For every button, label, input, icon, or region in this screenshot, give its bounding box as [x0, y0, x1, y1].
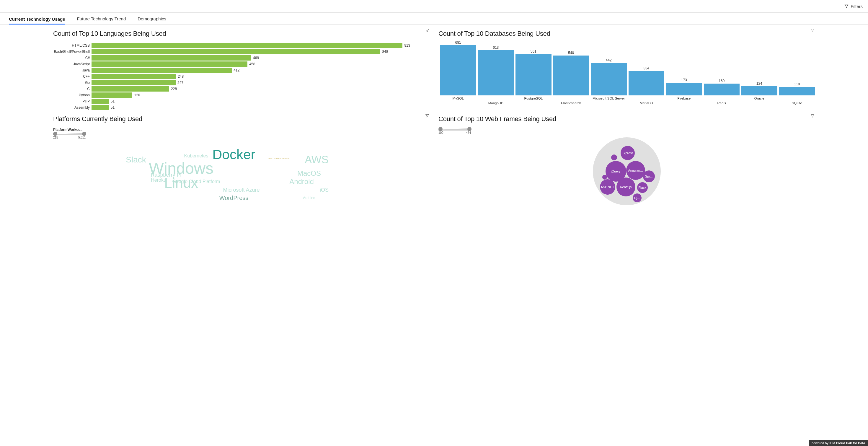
wordcloud-word[interactable]: Raspberry Pi	[151, 172, 181, 178]
bar[interactable]	[628, 71, 664, 95]
bar[interactable]	[92, 92, 132, 98]
tabs: Current Technology Usage Future Technolo…	[0, 13, 868, 25]
bar-value-label: 913	[404, 43, 410, 48]
bar[interactable]	[92, 74, 176, 79]
slider-knob-min[interactable]	[438, 127, 442, 131]
bar[interactable]	[516, 54, 552, 95]
wordcloud-word[interactable]: Docker	[212, 148, 255, 161]
slider-track[interactable]	[438, 128, 471, 130]
wordcloud-word[interactable]: Kubernetes	[184, 154, 209, 158]
slider-knob-max[interactable]	[82, 132, 86, 136]
bar-category-label: PHP	[53, 99, 92, 103]
bubble-label: Dj...	[634, 196, 640, 200]
bar[interactable]	[553, 56, 589, 95]
bar[interactable]	[741, 86, 777, 95]
bar[interactable]	[92, 99, 109, 104]
bar-value-label: 51	[111, 106, 115, 110]
wordcloud-word[interactable]: Slack	[126, 156, 146, 164]
filter-icon[interactable]	[425, 28, 430, 33]
filter-icon[interactable]	[810, 28, 815, 33]
chart-title: Count of Top 10 Databases Being Used	[438, 30, 815, 37]
bar-track: 248	[92, 74, 430, 79]
bar-track: 120	[92, 92, 430, 98]
bubble[interactable]: React.js	[616, 178, 636, 197]
filters-button[interactable]: Filters	[844, 4, 863, 9]
wordcloud-word[interactable]: Google Cloud Platform	[173, 179, 220, 184]
bar[interactable]	[591, 63, 627, 95]
size-slider-webframes[interactable]: 100 474	[438, 128, 471, 135]
bar[interactable]	[92, 49, 380, 54]
wordcloud-word[interactable]: WordPress	[219, 195, 249, 201]
wordcloud-word[interactable]: iOS	[320, 187, 329, 192]
slider-min: 215	[53, 136, 58, 139]
bar-value-label: 561	[531, 49, 536, 54]
bar-value-label: 469	[253, 56, 259, 60]
bar[interactable]	[779, 87, 815, 95]
slider-knob-min[interactable]	[53, 132, 57, 136]
bar[interactable]	[440, 45, 476, 95]
bar-column: 442	[591, 58, 627, 95]
bar[interactable]	[92, 86, 169, 92]
slider-max: 474	[466, 131, 471, 135]
bar-value-label: 51	[111, 99, 115, 103]
tab-current-technology-usage[interactable]: Current Technology Usage	[9, 17, 65, 25]
bar-value-label: 442	[606, 58, 612, 62]
bar-column: 173	[666, 78, 702, 95]
slider-track[interactable]	[53, 132, 86, 135]
slider-knob-max[interactable]	[467, 127, 471, 131]
size-slider-platforms[interactable]: PlatformWorked... 215 5,811	[53, 128, 86, 139]
bar[interactable]	[92, 43, 402, 48]
bar-track: 458	[92, 61, 430, 67]
wordcloud-word[interactable]: Heroku	[151, 178, 166, 182]
bar[interactable]	[478, 50, 514, 95]
bubble[interactable]: Angular/...	[626, 161, 645, 180]
bubble[interactable]	[602, 175, 607, 180]
bar[interactable]	[92, 80, 176, 85]
wordcloud-word[interactable]: IBM Cloud or Watson	[268, 157, 290, 160]
bubble[interactable]: Flask	[637, 182, 648, 193]
bubble[interactable]	[611, 154, 617, 160]
bar[interactable]	[704, 84, 740, 95]
bar[interactable]	[92, 68, 232, 73]
bar-value-label: 248	[178, 75, 184, 79]
bar-category-label: MongoDB	[478, 101, 514, 105]
svg-marker-1	[438, 128, 471, 130]
wordcloud-word[interactable]: Microsoft Azure	[223, 187, 259, 192]
bubble[interactable]: Dj...	[633, 194, 642, 202]
wordcloud-word[interactable]: Android	[289, 178, 314, 185]
tab-future-technology-trend[interactable]: Future Technology Trend	[77, 16, 126, 24]
tab-demographics[interactable]: Demographics	[137, 16, 166, 24]
bar-category-label: C#	[53, 56, 92, 60]
bar-category-label: Microsoft SQL Server	[591, 97, 627, 100]
bar-category-label: Assembly	[53, 106, 92, 110]
wordcloud-word[interactable]: AWS	[305, 154, 329, 165]
wordcloud-word[interactable]: MacOS	[297, 170, 321, 177]
filter-icon[interactable]	[425, 113, 430, 118]
bar-value-label: 120	[134, 93, 140, 97]
bubble[interactable]: ASP.NET	[600, 179, 615, 195]
slider-title: PlatformWorked...	[53, 128, 86, 132]
bar-category-label: Python	[53, 93, 92, 97]
bubble[interactable]: Express	[621, 146, 635, 160]
chart-languages: HTML/CSS913Bash/Shell/PowerShell848C#469…	[53, 42, 430, 111]
chart-webframes: jQueryAngular/...React.jsASP.NETExpressS…	[593, 137, 661, 205]
bar-value-label: 173	[681, 78, 687, 82]
filters-label: Filters	[850, 4, 863, 9]
bar-column: 124	[741, 82, 777, 95]
wordcloud-word[interactable]: Arduino	[303, 196, 315, 200]
bar[interactable]	[92, 61, 247, 67]
filter-icon[interactable]	[810, 113, 815, 118]
bar-column: 118	[779, 82, 815, 95]
slider-minmax: 215 5,811	[53, 136, 86, 139]
bar[interactable]	[92, 105, 109, 110]
bar[interactable]	[666, 83, 702, 95]
bubble-label: Express	[622, 151, 633, 155]
bar[interactable]	[92, 55, 251, 61]
bar-value-label: 412	[234, 68, 240, 72]
chart-cell-languages: Count of Top 10 Languages Being Used HTM…	[53, 28, 430, 111]
bar-row: Java412	[53, 67, 430, 73]
bar-value-label: 458	[249, 62, 255, 66]
filter-icon	[844, 4, 849, 8]
bubble[interactable]: Spr...	[643, 171, 655, 182]
chart-cell-webframes: Count of Top 10 Web Frames Being Used 10…	[438, 113, 815, 209]
